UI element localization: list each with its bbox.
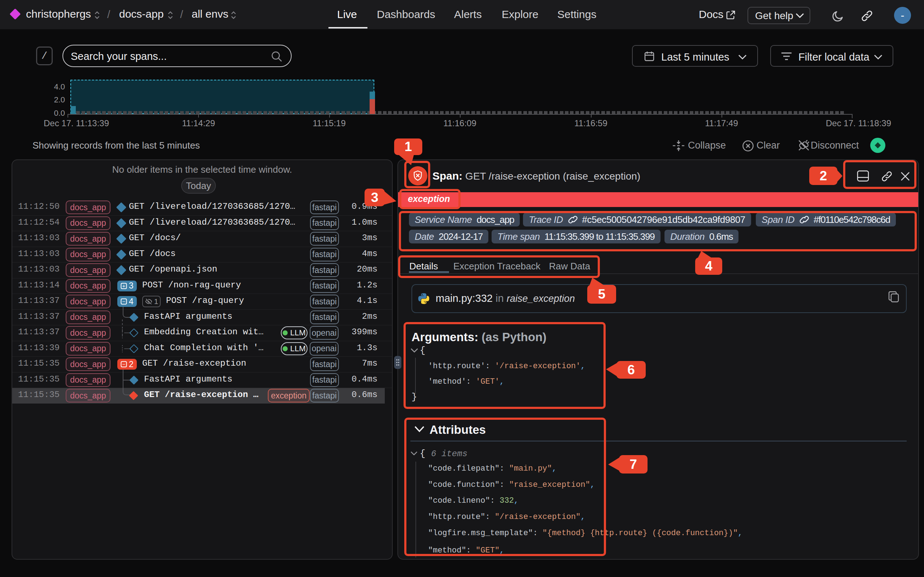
svg-text:−: − <box>122 298 126 305</box>
svg-text:+: + <box>122 283 126 289</box>
svg-text:−: − <box>122 361 126 367</box>
